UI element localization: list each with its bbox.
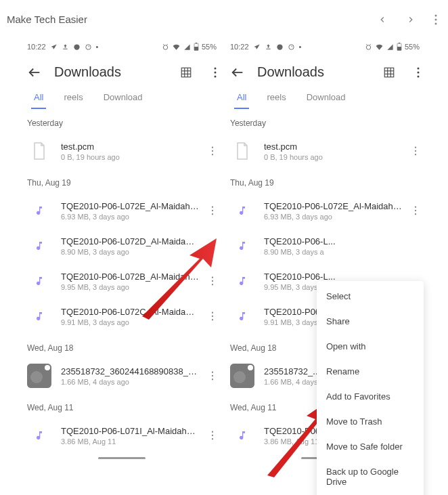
- file-more-button[interactable]: [208, 368, 217, 383]
- svg-point-59: [415, 154, 416, 155]
- upload-icon: [62, 43, 69, 51]
- svg-point-44: [366, 45, 370, 49]
- svg-point-21: [212, 207, 213, 208]
- phone-left: 10:22 • 55% Downloads All reels Down: [20, 39, 223, 459]
- file-name: TQE2010-P06-L...: [264, 236, 420, 246]
- menu-rename[interactable]: Rename: [317, 359, 424, 384]
- svg-point-22: [212, 210, 213, 211]
- file-row[interactable]: test.pcm0 B, 19 hours ago: [20, 133, 223, 169]
- svg-rect-8: [196, 43, 197, 43]
- file-name: TQE2010-P06-L072E_Al-Maidah_4...: [61, 201, 199, 211]
- tab-reels[interactable]: reels: [264, 88, 288, 109]
- file-row[interactable]: TQE2010-P06-L072D_Al-Maidah_4...8.90 MB,…: [20, 228, 223, 263]
- tabs: All reels Download: [223, 88, 426, 109]
- menu-move-to-trash[interactable]: Move to Trash: [317, 409, 424, 434]
- svg-point-35: [212, 372, 213, 373]
- svg-rect-47: [399, 43, 400, 43]
- back-button[interactable]: [27, 65, 42, 80]
- menu-button[interactable]: [214, 67, 217, 78]
- section-aug11: Wed, Aug 11: [20, 393, 223, 418]
- menu-add-favorites[interactable]: Add to Favorites: [317, 384, 424, 409]
- more-button[interactable]: [434, 14, 437, 25]
- tab-download[interactable]: Download: [304, 88, 349, 109]
- file-more-button[interactable]: [411, 203, 420, 218]
- tab-download[interactable]: Download: [101, 88, 145, 109]
- svg-rect-49: [384, 68, 394, 77]
- file-meta: 1.66 MB, 4 days ago: [61, 378, 199, 386]
- section-aug18: Wed, Aug 18: [20, 334, 223, 358]
- file-name: test.pcm: [61, 142, 199, 152]
- menu-share[interactable]: Share: [317, 309, 424, 334]
- home-indicator: [98, 457, 145, 459]
- menu-open-with[interactable]: Open with: [317, 334, 424, 359]
- music-icon: [230, 198, 254, 223]
- tab-all[interactable]: All: [31, 88, 46, 109]
- file-more-button[interactable]: [411, 144, 420, 158]
- messenger-icon: [73, 43, 81, 51]
- menu-move-to-safe[interactable]: Move to Safe folder: [317, 434, 424, 459]
- file-name: TQE2010-P06-L071I_Al-Maidah_2...: [61, 426, 199, 436]
- svg-point-38: [212, 431, 213, 433]
- file-name: TQE2010-P06-L...: [264, 272, 420, 282]
- section-aug19: Thu, Aug 19: [20, 169, 223, 193]
- prev-button[interactable]: [378, 15, 387, 24]
- svg-point-39: [212, 435, 213, 436]
- music-icon: [230, 304, 254, 328]
- page-title: Make Tech Easier: [7, 14, 87, 25]
- svg-point-27: [212, 277, 213, 278]
- file-row[interactable]: TQE2010-P06-L072B_Al-Maidah_4...9.95 MB,…: [20, 263, 223, 299]
- file-more-button[interactable]: [208, 309, 217, 324]
- grid-view-button[interactable]: [180, 66, 192, 79]
- status-time: 10:22: [230, 43, 249, 51]
- svg-point-30: [212, 312, 213, 314]
- back-button[interactable]: [230, 65, 245, 80]
- file-more-button[interactable]: [208, 428, 217, 443]
- file-row[interactable]: TQE2010-P06-L072E_Al-Maidah_4...6.93 MB,…: [20, 193, 223, 228]
- dot-icon: •: [299, 43, 302, 51]
- screen-title: Downloads: [54, 64, 168, 80]
- upload-icon: [265, 43, 272, 51]
- status-bar: 10:22 • 55%: [20, 39, 223, 55]
- svg-point-61: [415, 210, 416, 211]
- menu-backup-drive[interactable]: Back up to Google Drive: [317, 459, 424, 494]
- battery-text: 55%: [202, 43, 217, 51]
- svg-point-5: [163, 45, 167, 49]
- svg-point-1: [435, 18, 437, 20]
- battery-icon: [194, 43, 199, 51]
- file-row[interactable]: TQE2010-P06-L071I_Al-Maidah_2...3.86 MB,…: [20, 418, 223, 453]
- file-row[interactable]: TQE2010-P06-L...8.90 MB, 3 days a: [223, 228, 426, 263]
- signal-icon: [183, 43, 191, 51]
- menu-select[interactable]: Select: [317, 284, 424, 309]
- next-button[interactable]: [406, 15, 416, 24]
- phone-right: 10:22 • 55% Downloads All reels Down: [223, 39, 426, 459]
- svg-point-4: [85, 44, 90, 49]
- file-more-button[interactable]: [208, 274, 217, 288]
- file-more-button[interactable]: [208, 238, 217, 253]
- header-nav: [378, 14, 437, 25]
- music-icon: [230, 423, 254, 448]
- file-row[interactable]: TQE2010-P06-L072E_Al-Maidah_4...6.93 MB,…: [223, 193, 426, 228]
- file-row[interactable]: 235518732_360244168890838_8...1.66 MB, 4…: [20, 358, 223, 393]
- file-meta: 9.91 MB, 3 days ago: [61, 318, 199, 326]
- page-header: Make Tech Easier: [0, 0, 448, 39]
- tab-reels[interactable]: reels: [61, 88, 85, 109]
- grid-view-button[interactable]: [383, 66, 395, 79]
- file-row[interactable]: test.pcm0 B, 19 hours ago: [223, 133, 426, 169]
- menu-button[interactable]: [417, 67, 420, 78]
- file-meta: 0 B, 19 hours ago: [61, 153, 199, 161]
- document-icon: [230, 139, 254, 163]
- file-row[interactable]: TQE2010-P06-L072C_Al-Maidah_4...9.91 MB,…: [20, 299, 223, 334]
- file-more-button[interactable]: [208, 203, 217, 218]
- alarm-icon: [365, 43, 372, 51]
- tabs: All reels Download: [20, 88, 223, 109]
- svg-point-36: [212, 375, 213, 376]
- tab-all[interactable]: All: [234, 88, 249, 109]
- music-icon: [27, 423, 51, 448]
- svg-point-17: [215, 75, 217, 77]
- svg-rect-46: [397, 47, 401, 50]
- sync-icon: [85, 43, 92, 51]
- svg-point-23: [212, 213, 213, 215]
- screenshots-row: 10:22 • 55% Downloads All reels Down: [0, 39, 448, 459]
- file-more-button[interactable]: [208, 144, 217, 158]
- svg-point-31: [212, 316, 213, 317]
